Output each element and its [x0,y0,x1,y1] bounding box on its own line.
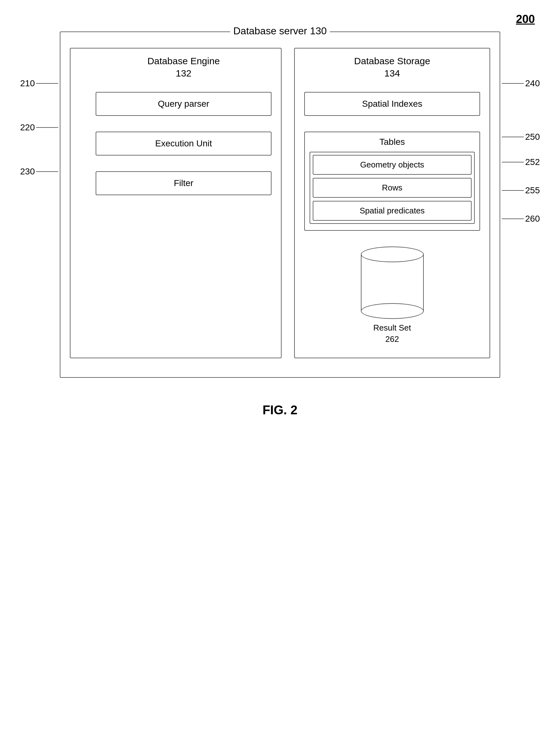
db-engine-box: 210 220 230 Database Engine132 [70,48,282,358]
ref-230: 230 [20,166,58,177]
ref-252: 252 [502,157,540,167]
cylinder-top [361,246,424,262]
result-set-label: Result Set 262 [373,322,411,345]
db-storage-box: 240 250 252 255 [294,48,490,358]
page-container: 200 Database server 130 210 220 [0,0,560,731]
ref-240: 240 [502,78,540,88]
ref-260: 260 [502,214,540,224]
query-parser-box: Query parser [96,92,272,116]
result-set-container: Result Set 262 [304,246,480,345]
tables-label: Tables [310,137,475,147]
db-server-box: Database server 130 210 220 230 [60,31,500,378]
db-storage-label: Database Storage134 [304,55,480,79]
figure-number-top: 200 [516,13,535,26]
figure-caption: FIG. 2 [262,403,297,417]
tables-outer-box: Tables Geometry objects Rows Spatial pre… [304,132,480,231]
diagram-area: Database server 130 210 220 230 [44,31,516,378]
db-engine-label: Database Engine132 [96,55,272,79]
result-set-cylinder [361,246,424,319]
ref-210: 210 [20,78,58,88]
filter-box: Filter [96,171,272,195]
spatial-predicates-row: Spatial predicates [313,201,472,221]
cylinder-body [361,254,424,311]
spatial-indexes-box: Spatial Indexes [304,92,480,116]
execution-unit-box: Execution Unit [96,132,272,155]
tables-inner-box: Geometry objects Rows Spatial predicates [310,152,475,224]
ref-250: 250 [502,132,540,142]
ref-220: 220 [20,122,58,132]
ref-255: 255 [502,185,540,195]
db-server-inner: 210 220 230 Database Engine132 [70,48,490,358]
geometry-objects-row: Geometry objects [313,155,472,175]
cylinder-bottom [361,303,424,319]
db-server-label: Database server 130 [230,25,330,37]
rows-row: Rows [313,178,472,198]
